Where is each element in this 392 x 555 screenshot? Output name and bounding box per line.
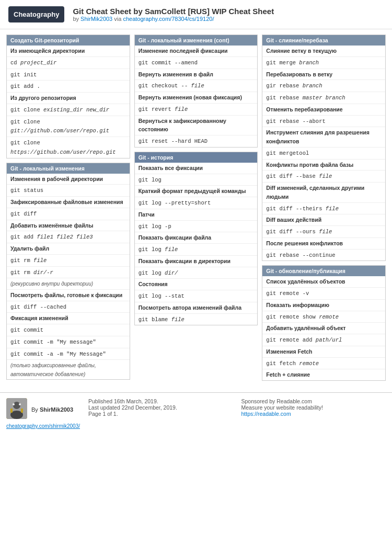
section-update-publish-header: Git - обновление/публикация	[262, 266, 385, 276]
list-item: Из другого репозитория	[7, 93, 130, 104]
section-local-changes-header: Git - локальный изменения	[7, 163, 130, 174]
list-item: git rm dir/-r	[7, 267, 130, 279]
svg-point-3	[13, 403, 15, 405]
column-3: Git - слияние/перебаза Слияние ветку в т…	[262, 35, 386, 385]
footer-right: Sponsored by Readable.com Measure your w…	[241, 398, 386, 417]
list-item: Фиксация изменений	[7, 313, 130, 324]
list-item: Патчи	[135, 209, 258, 221]
avatar-image	[6, 398, 27, 419]
list-item: git diff --ours file	[262, 226, 385, 238]
list-item: git rebase --continue	[262, 250, 385, 261]
list-item: git status	[7, 185, 130, 197]
footer-updated: Last updated 22nd December, 2019.	[88, 404, 233, 411]
footer-published: Published 16th March, 2019.	[88, 398, 233, 404]
list-item: git rebase --abort	[262, 116, 385, 128]
list-item: Добавить изменённые файлы	[7, 220, 130, 232]
list-item: git clone https://github.com/user/repo.g…	[7, 137, 130, 158]
footer-measure: Measure your website readability!	[241, 404, 386, 411]
header-text: Git Cheat Sheet by SamCollett [RUS] WIP …	[73, 7, 274, 22]
list-item: git diff --cached	[7, 301, 130, 313]
column-1: Создать Git-репозиторий Из имеющейся дир…	[6, 35, 130, 384]
footer-left: By ShirMik2003 cheatography.com/shirmik2…	[6, 398, 80, 429]
list-item: Посмотреть файлы, готовые к фиксации	[7, 290, 130, 301]
footer-by-label: By ShirMik2003	[31, 406, 73, 413]
list-item: Зафиксированные файловые изменения	[7, 197, 130, 208]
list-item: git fetch remote	[262, 358, 385, 370]
section-local-changes: Git - локальный изменения Изменения в ра…	[6, 163, 130, 380]
list-item: (только зафиксированные файлы,автоматиче…	[7, 360, 130, 379]
list-item: git diff	[7, 208, 130, 220]
list-item: git revert file	[135, 104, 258, 116]
by-label: by	[73, 16, 80, 22]
list-item: Инструмент слияния для разрешения конфли…	[262, 127, 385, 148]
author-link[interactable]: ShirMik2003	[80, 16, 112, 22]
list-item: git log --pretty=short	[135, 197, 258, 209]
list-item: git rm file	[7, 255, 130, 267]
list-item: git init	[7, 69, 130, 81]
list-item: Показать фиксации файла	[135, 232, 258, 244]
list-item: git commit -a -m "My Message"	[7, 348, 130, 360]
list-item: git add .	[7, 81, 130, 93]
footer-author: ShirMik2003	[40, 406, 73, 413]
list-item: Краткий формат предыдущей команды	[135, 186, 258, 197]
column-2: Git - локальный изменения (cont) Изменен…	[134, 35, 258, 330]
section-local-changes-body: Изменения в рабочей директории git statu…	[7, 174, 130, 380]
list-item: git add file1 file2 file3	[7, 231, 130, 243]
list-item: git diff --theirs file	[262, 203, 385, 215]
section-local-changes-cont-body: Изменение последней фиксации git commit …	[135, 46, 258, 147]
list-item: git remote show remote	[262, 311, 385, 323]
section-history: Git - история Показать все фиксации git …	[134, 152, 258, 326]
list-item: git remote -v	[262, 288, 385, 300]
list-item: (рекурсивно внутри директории)	[7, 278, 130, 290]
footer-readable-url[interactable]: https://readable.com	[241, 411, 291, 417]
header: Cheatography Git Cheat Sheet by SamColle…	[0, 0, 392, 29]
list-item: Состояния	[135, 279, 258, 290]
list-item: Diff ваших действий	[262, 214, 385, 226]
list-item: Удалить файл	[7, 243, 130, 255]
list-item: git clone existing_dir new_dir	[7, 104, 130, 116]
section-create-repo: Создать Git-репозиторий Из имеющейся дир…	[6, 35, 130, 158]
section-local-changes-cont: Git - локальный изменения (cont) Изменен…	[134, 35, 258, 148]
list-item: Добавить удалённый объект	[262, 323, 385, 334]
section-update-publish: Git - обновление/публикация Список удалё…	[262, 265, 386, 381]
section-create-repo-body: Из имеющейся директории cd project_dir g…	[7, 46, 130, 158]
section-local-changes-cont-header: Git - локальный изменения (cont)	[135, 35, 258, 46]
list-item: cd project_dir	[7, 57, 130, 69]
svg-rect-5	[10, 409, 13, 413]
cheat-url[interactable]: cheatography.com/78304/cs/19120/	[123, 16, 214, 22]
list-item: Слияние ветку в текущую	[262, 46, 385, 57]
list-item: git checkout -- file	[135, 80, 258, 92]
main-content: Создать Git-репозиторий Из имеющейся дир…	[0, 29, 392, 390]
list-item: git clone git://github.com/user/repo.git	[7, 116, 130, 138]
section-history-header: Git - история	[135, 152, 258, 163]
logo: Cheatography	[8, 6, 64, 22]
page: Cheatography Git Cheat Sheet by SamColle…	[0, 0, 392, 555]
section-create-repo-header: Создать Git-репозиторий	[7, 35, 130, 46]
list-item: Список удалённых объектов	[262, 276, 385, 288]
list-item: Изменения Fetch	[262, 346, 385, 358]
footer-profile-url[interactable]: cheatography.com/shirmik2003/	[6, 423, 80, 429]
list-item: Конфликты против файла базы	[262, 160, 385, 171]
list-item: Вернуть изменения в файл	[135, 69, 258, 81]
list-item: git diff --base file	[262, 171, 385, 183]
section-merge-rebase-body: Слияние ветку в текущую git merge branch…	[262, 46, 385, 260]
list-item: git commit --amend	[135, 57, 258, 69]
list-item: gir rebase branch	[262, 80, 385, 92]
list-item: git mergetool	[262, 148, 385, 160]
list-item: Изменения в рабочей директории	[7, 174, 130, 185]
footer-page: Page 1 of 1.	[88, 411, 233, 417]
list-item: git log file	[135, 244, 258, 256]
section-history-body: Показать все фиксации git log Краткий фо…	[135, 163, 258, 325]
list-item: Показать все фиксации	[135, 163, 258, 174]
list-item: git commit	[7, 324, 130, 336]
svg-point-4	[19, 403, 21, 405]
footer-mid: Published 16th March, 2019. Last updated…	[88, 398, 233, 417]
svg-point-1	[13, 402, 20, 409]
list-item: git reset --hard HEAD	[135, 135, 258, 147]
page-subtitle: by ShirMik2003 via cheatography.com/7830…	[73, 16, 274, 22]
list-item: git log --stat	[135, 290, 258, 302]
list-item: git commit -m "My message"	[7, 336, 130, 348]
section-merge-rebase: Git - слияние/перебаза Слияние ветку в т…	[262, 35, 386, 261]
list-item: git remote add path/url	[262, 334, 385, 346]
footer-by-text: By	[31, 406, 40, 413]
